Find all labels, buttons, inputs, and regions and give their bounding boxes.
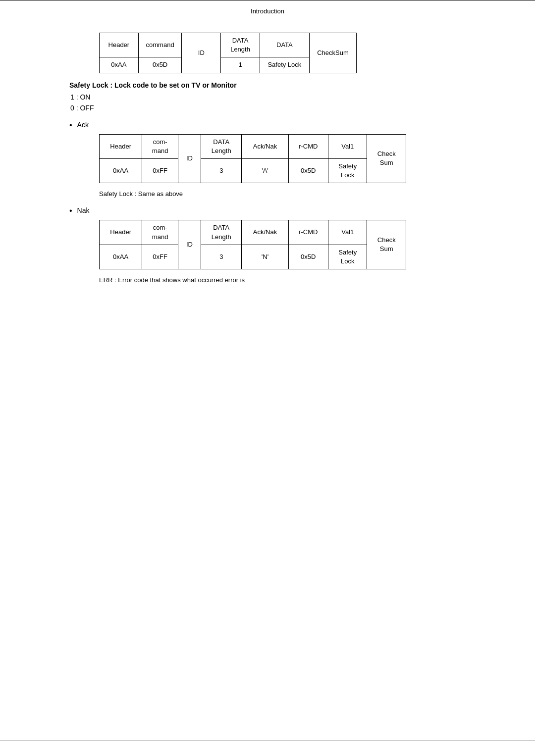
- header-title: Introduction: [251, 7, 284, 15]
- bottom-border: [0, 741, 535, 741]
- ack-section: • Ack Header com-mand ID DATALength Ack/…: [69, 121, 466, 198]
- command-table: Header command ID DATALength DATA CheckS…: [99, 33, 357, 73]
- nak-col-checksum: CheckSum: [367, 220, 406, 269]
- nak-col-data-length: DATALength: [201, 220, 242, 245]
- nak-note: ERR : Error code that shows what occurre…: [99, 276, 466, 284]
- nak-row-val1: SafetyLock: [328, 245, 367, 269]
- on-text: 1 : ON: [69, 93, 466, 101]
- main-content: Header command ID DATALength DATA CheckS…: [0, 23, 535, 307]
- ack-note: Safety Lock : Same as above: [99, 190, 466, 198]
- nak-row-length: 3: [201, 245, 242, 269]
- ack-row-acknak: 'A': [242, 158, 288, 183]
- col-header-command: command: [138, 33, 182, 57]
- nak-col-acknak: Ack/Nak: [242, 220, 288, 245]
- nak-row-rcmd: 0x5D: [288, 245, 328, 269]
- ack-col-id: ID: [178, 134, 201, 183]
- col-header-id: ID: [182, 33, 221, 73]
- ack-col-checksum: CheckSum: [367, 134, 406, 183]
- page-header: Introduction: [0, 3, 535, 23]
- nak-col-val1: Val1: [328, 220, 367, 245]
- cmd-row-command: 0x5D: [138, 57, 182, 73]
- top-border: [0, 0, 535, 0]
- nak-label: Nak: [77, 206, 90, 214]
- nak-col-id: ID: [178, 220, 201, 269]
- nak-section: • Nak Header com-mand ID DATALength Ack/…: [69, 206, 466, 284]
- col-header-header: Header: [100, 33, 139, 57]
- ack-col-rcmd: r-CMD: [288, 134, 328, 158]
- nak-col-command: com-mand: [142, 220, 178, 245]
- ack-row-header: 0xAA: [100, 158, 142, 183]
- nak-col-header: Header: [100, 220, 142, 245]
- nak-row-acknak: 'N': [242, 245, 288, 269]
- nak-bullet-dot: •: [69, 207, 72, 215]
- ack-row-val1: SafetyLock: [328, 158, 367, 183]
- nak-row-header: 0xAA: [100, 245, 142, 269]
- ack-row-command: 0xFF: [142, 158, 178, 183]
- col-header-data: DATA: [260, 33, 309, 57]
- off-text: 0 : OFF: [69, 104, 466, 112]
- col-header-data-length: DATALength: [221, 33, 260, 57]
- nak-row-command: 0xFF: [142, 245, 178, 269]
- nak-bullet-label: • Nak: [69, 206, 466, 215]
- page-container: Introduction Header command ID DATALengt…: [0, 0, 535, 756]
- cmd-row-data: Safety Lock: [260, 57, 309, 73]
- ack-col-acknak: Ack/Nak: [242, 134, 288, 158]
- nak-table: Header com-mand ID DATALength Ack/Nak r-…: [99, 220, 406, 269]
- cmd-row-length: 1: [221, 57, 260, 73]
- nak-col-rcmd: r-CMD: [288, 220, 328, 245]
- ack-col-val1: Val1: [328, 134, 367, 158]
- ack-bullet-label: • Ack: [69, 121, 466, 129]
- ack-col-command: com-mand: [142, 134, 178, 158]
- ack-table: Header com-mand ID DATALength Ack/Nak r-…: [99, 134, 406, 184]
- ack-label: Ack: [77, 121, 89, 129]
- ack-col-data-length: DATALength: [201, 134, 242, 158]
- safety-lock-label: Safety Lock : Lock code to be set on TV …: [69, 81, 466, 89]
- cmd-row-header: 0xAA: [100, 57, 139, 73]
- ack-row-rcmd: 0x5D: [288, 158, 328, 183]
- col-header-checksum: CheckSum: [309, 33, 356, 73]
- ack-row-length: 3: [201, 158, 242, 183]
- ack-bullet-dot: •: [69, 121, 72, 129]
- ack-col-header: Header: [100, 134, 142, 158]
